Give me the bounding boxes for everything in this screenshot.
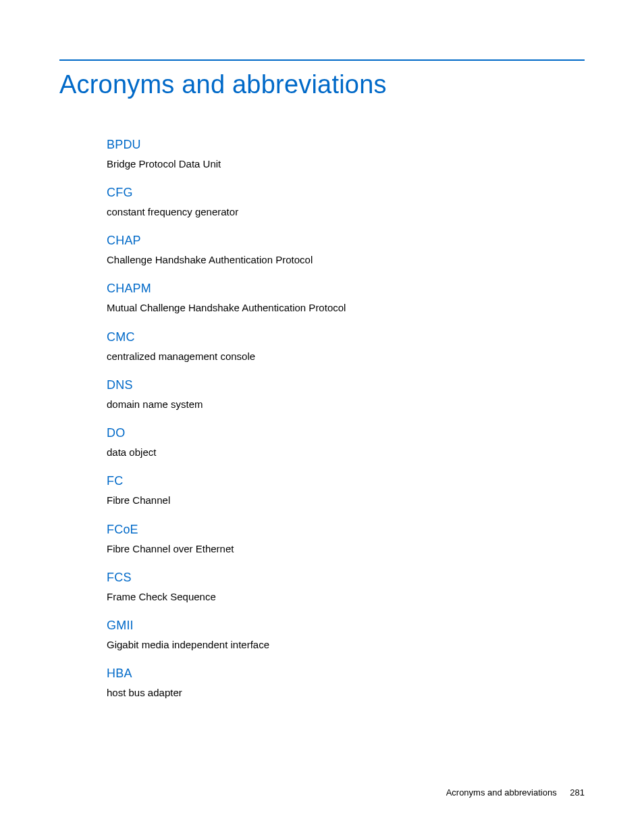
definition: Bridge Protocol Data Unit <box>107 157 585 171</box>
definition: Gigabit media independent interface <box>107 638 585 652</box>
term: CHAPM <box>107 282 585 296</box>
entry: GMII Gigabit media independent interface <box>107 619 585 652</box>
term: DO <box>107 426 585 440</box>
entry: FCS Frame Check Sequence <box>107 571 585 604</box>
entry: BPDU Bridge Protocol Data Unit <box>107 138 585 171</box>
entry: FCoE Fibre Channel over Ethernet <box>107 523 585 556</box>
term: DNS <box>107 378 585 392</box>
term: FCS <box>107 571 585 585</box>
definition: Frame Check Sequence <box>107 590 585 604</box>
page-title: Acronyms and abbreviations <box>59 70 585 100</box>
footer-page-number: 281 <box>570 787 585 798</box>
term: CFG <box>107 186 585 200</box>
term: FCoE <box>107 523 585 537</box>
definition: Mutual Challenge Handshake Authenticatio… <box>107 301 585 315</box>
term: CMC <box>107 330 585 344</box>
term: CHAP <box>107 234 585 248</box>
term: HBA <box>107 667 585 681</box>
definition: data object <box>107 446 585 459</box>
entry: HBA host bus adapter <box>107 667 585 700</box>
entry: CFG constant frequency generator <box>107 186 585 219</box>
entry: FC Fibre Channel <box>107 474 585 507</box>
horizontal-rule <box>59 59 585 61</box>
entry: DNS domain name system <box>107 378 585 411</box>
definition: host bus adapter <box>107 686 585 700</box>
definitions-list: BPDU Bridge Protocol Data Unit CFG const… <box>59 138 585 700</box>
term: BPDU <box>107 138 585 152</box>
footer-separator <box>562 787 565 798</box>
entry: CHAPM Mutual Challenge Handshake Authent… <box>107 282 585 315</box>
definition: Fibre Channel <box>107 494 585 507</box>
entry: DO data object <box>107 426 585 459</box>
definition: centralized management console <box>107 350 585 363</box>
definition: domain name system <box>107 398 585 411</box>
page-footer: Acronyms and abbreviations 281 <box>446 787 585 798</box>
page: Acronyms and abbreviations BPDU Bridge P… <box>0 0 644 700</box>
footer-section: Acronyms and abbreviations <box>446 787 557 798</box>
entry: CHAP Challenge Handshake Authentication … <box>107 234 585 267</box>
term: FC <box>107 474 585 488</box>
term: GMII <box>107 619 585 633</box>
entry: CMC centralized management console <box>107 330 585 363</box>
definition: constant frequency generator <box>107 205 585 219</box>
definition: Fibre Channel over Ethernet <box>107 542 585 556</box>
definition: Challenge Handshake Authentication Proto… <box>107 253 585 267</box>
